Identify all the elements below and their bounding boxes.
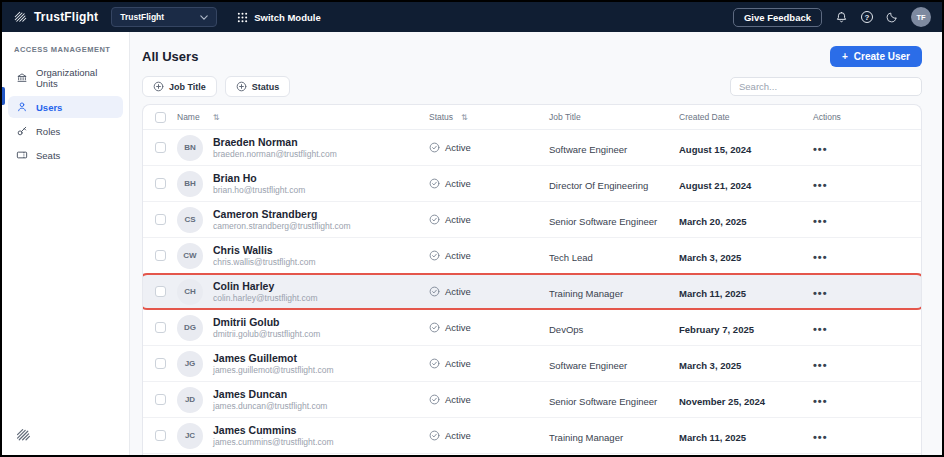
created-date: February 7, 2025 <box>679 324 754 335</box>
table-row[interactable]: BN Braeden Norman braeden.norman@trustfl… <box>143 130 921 166</box>
user-name: James Cummins <box>213 424 334 436</box>
row-checkbox[interactable] <box>155 286 166 297</box>
created-date: March 3, 2025 <box>679 252 741 263</box>
chevron-down-icon <box>200 15 208 20</box>
sidebar-item-label: Organizational Units <box>36 67 115 89</box>
user-email: cameron.strandberg@trustflight.com <box>213 221 351 231</box>
row-actions-button[interactable]: ••• <box>813 431 828 443</box>
table-row[interactable]: CS Cameron Strandberg cameron.strandberg… <box>143 202 921 238</box>
table-row[interactable]: BH Brian Ho brian.ho@trustflight.com Act… <box>143 166 921 202</box>
user-email: braeden.norman@trustflight.com <box>213 149 337 159</box>
row-actions-button[interactable]: ••• <box>813 215 828 227</box>
sidebar-item-organizational-units[interactable]: Organizational Units <box>8 62 123 94</box>
ticket-icon <box>16 149 28 161</box>
give-feedback-button[interactable]: Give Feedback <box>733 8 822 27</box>
bank-icon <box>16 72 28 84</box>
sidebar-item-roles[interactable]: Roles <box>8 120 123 142</box>
status-label: Active <box>445 142 471 153</box>
status-label: Active <box>445 394 471 405</box>
created-date: March 11, 2025 <box>679 432 746 443</box>
help-icon[interactable]: ? <box>861 11 873 23</box>
switch-module-label: Switch Module <box>254 12 321 23</box>
select-all-checkbox[interactable] <box>155 112 166 123</box>
table-header-row: Name⇅ Status⇅ Job Title Created Date Act… <box>143 105 921 130</box>
table-row[interactable]: JC James Cummins james.cummins@trustflig… <box>143 418 921 454</box>
avatar: JD <box>177 387 203 413</box>
moon-icon[interactable] <box>886 11 898 23</box>
user-email: dmitrii.golub@trustflight.com <box>213 329 320 339</box>
row-actions-button[interactable]: ••• <box>813 395 828 407</box>
row-actions-button[interactable]: ••• <box>813 251 828 263</box>
avatar: DG <box>177 315 203 341</box>
avatar: CW <box>177 243 203 269</box>
page-title: All Users <box>142 49 198 64</box>
bell-icon[interactable] <box>835 11 848 24</box>
sidebar-item-label: Users <box>36 102 62 113</box>
column-header-actions: Actions <box>809 112 921 122</box>
organization-selector-value: TrustFlight <box>120 12 164 22</box>
row-checkbox[interactable] <box>155 322 166 333</box>
job-title: DevOps <box>549 324 583 335</box>
status-label: Active <box>445 322 471 333</box>
created-date: August 15, 2024 <box>679 144 751 155</box>
status-label: Active <box>445 178 471 189</box>
user-avatar-button[interactable]: TF <box>911 7 931 27</box>
users-icon <box>16 101 28 113</box>
switch-module-button[interactable]: Switch Module <box>237 12 321 23</box>
top-navbar: TrustFlight TrustFlight Switch Module Gi… <box>2 2 942 32</box>
table-row[interactable]: CH Colin Harley colin.harley@trustflight… <box>143 274 921 310</box>
brand-name: TrustFlight <box>34 10 98 24</box>
sidebar-item-users[interactable]: Users <box>8 96 123 118</box>
filter-chip-job-title[interactable]: Job Title <box>142 76 217 97</box>
row-checkbox[interactable] <box>155 358 166 369</box>
job-title: Software Engineer <box>549 360 627 371</box>
created-date: November 25, 2024 <box>679 396 765 407</box>
table-row[interactable]: JD James Duncan james.duncan@trustflight… <box>143 382 921 418</box>
table-row[interactable]: DG Dmitrii Golub dmitrii.golub@trustflig… <box>143 310 921 346</box>
avatar: CS <box>177 207 203 233</box>
search-input[interactable] <box>730 77 922 96</box>
row-actions-button[interactable]: ••• <box>813 143 828 155</box>
user-email: james.duncan@trustflight.com <box>213 401 327 411</box>
user-name: Chris Wallis <box>213 244 316 256</box>
trustflight-logo-icon <box>13 10 28 25</box>
trustflight-watermark-icon <box>15 427 32 448</box>
row-actions-button[interactable]: ••• <box>813 323 828 335</box>
user-email: james.guillemot@trustflight.com <box>213 365 334 375</box>
app-window: TrustFlight TrustFlight Switch Module Gi… <box>0 0 944 457</box>
created-date: March 11, 2025 <box>679 288 746 299</box>
row-actions-button[interactable]: ••• <box>813 179 828 191</box>
main-content: All Users + Create User Job Title Status <box>130 32 942 455</box>
key-icon <box>16 125 28 137</box>
status-label: Active <box>445 286 471 297</box>
row-actions-button[interactable]: ••• <box>813 359 828 371</box>
organization-selector[interactable]: TrustFlight <box>111 7 217 27</box>
filter-chip-status[interactable]: Status <box>225 76 291 97</box>
row-checkbox[interactable] <box>155 142 166 153</box>
user-name: Colin Harley <box>213 280 318 292</box>
column-header-job-title: Job Title <box>549 112 679 122</box>
job-title: Training Manager <box>549 288 623 299</box>
table-row[interactable]: CW Chris Wallis chris.wallis@trustflight… <box>143 238 921 274</box>
sidebar-item-seats[interactable]: Seats <box>8 144 123 166</box>
row-checkbox[interactable] <box>155 214 166 225</box>
column-header-status[interactable]: Status⇅ <box>429 112 549 122</box>
topbar-actions: Give Feedback ? TF <box>733 7 931 27</box>
user-name: Dmitrii Golub <box>213 316 320 328</box>
users-table: Name⇅ Status⇅ Job Title Created Date Act… <box>142 104 922 455</box>
row-checkbox[interactable] <box>155 178 166 189</box>
table-row[interactable]: JG James Guillemot james.guillemot@trust… <box>143 346 921 382</box>
row-actions-button[interactable]: ••• <box>813 287 828 299</box>
user-email: brian.ho@trustflight.com <box>213 185 305 195</box>
create-user-button[interactable]: + Create User <box>830 46 922 67</box>
row-checkbox[interactable] <box>155 394 166 405</box>
column-header-name[interactable]: Name⇅ <box>177 112 429 122</box>
job-title: Training Manager <box>549 432 623 443</box>
row-checkbox[interactable] <box>155 250 166 261</box>
user-name: Brian Ho <box>213 172 305 184</box>
sidebar-item-label: Seats <box>36 150 60 161</box>
circle-plus-icon <box>236 81 247 92</box>
brand: TrustFlight <box>13 10 98 25</box>
row-checkbox[interactable] <box>155 430 166 441</box>
status-label: Active <box>445 214 471 225</box>
